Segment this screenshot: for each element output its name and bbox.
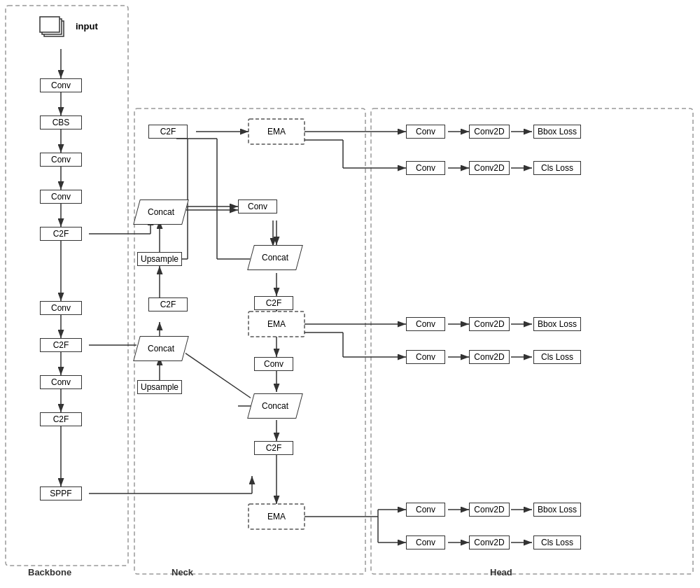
head-conv-6: Conv <box>406 536 445 550</box>
neck-label: Neck <box>172 567 193 578</box>
head-conv2d-3: Conv2D <box>469 317 510 331</box>
head-bbox-loss-1: Bbox Loss <box>533 125 581 139</box>
neck-ema-bottom: EMA <box>248 510 304 524</box>
neck-c2f-center: C2F <box>254 296 293 310</box>
neck-ema-top: EMA <box>248 125 304 139</box>
neck-c2f-top: C2F <box>148 125 188 139</box>
head-bbox-loss-2: Bbox Loss <box>533 317 581 331</box>
neck-c2f-lower: C2F <box>254 441 293 455</box>
neck-concat-upper: Concat <box>136 200 186 225</box>
backbone-c2f1: C2F <box>40 227 82 241</box>
backbone-c2f3: C2F <box>40 412 82 426</box>
backbone-conv3: Conv <box>40 190 82 204</box>
head-cls-loss-3: Cls Loss <box>533 536 581 550</box>
backbone-conv5: Conv <box>40 375 82 389</box>
neck-upsample-lower: Upsample <box>137 380 182 394</box>
head-cls-loss-1: Cls Loss <box>533 161 581 175</box>
backbone-conv4: Conv <box>40 301 82 315</box>
backbone-c2f2: C2F <box>40 338 82 352</box>
svg-rect-74 <box>40 17 59 32</box>
input-icon <box>38 13 69 43</box>
head-conv2d-2: Conv2D <box>469 161 510 175</box>
backbone-label: Backbone <box>28 567 71 578</box>
input-label: input <box>76 21 98 31</box>
head-conv-5: Conv <box>406 503 445 517</box>
neck-concat-lower: Concat <box>136 336 186 361</box>
neck-concat-lower-center: Concat <box>251 393 300 419</box>
backbone-cbs: CBS <box>40 115 82 130</box>
head-conv2d-4: Conv2D <box>469 350 510 364</box>
head-conv-2: Conv <box>406 161 445 175</box>
neck-concat-center: Concat <box>251 245 300 270</box>
neck-conv-upper: Conv <box>238 200 277 214</box>
neck-conv-lower: Conv <box>254 357 293 371</box>
head-conv2d-6: Conv2D <box>469 536 510 550</box>
head-conv-4: Conv <box>406 350 445 364</box>
head-label: Head <box>490 567 512 578</box>
backbone-sppf: SPPF <box>40 486 82 500</box>
head-conv2d-5: Conv2D <box>469 503 510 517</box>
head-conv-3: Conv <box>406 317 445 331</box>
neck-upsample-upper: Upsample <box>137 252 182 266</box>
neck-ema-center: EMA <box>248 317 304 331</box>
backbone-conv2: Conv <box>40 153 82 167</box>
head-conv2d-1: Conv2D <box>469 125 510 139</box>
backbone-conv1: Conv <box>40 78 82 92</box>
head-conv-1: Conv <box>406 125 445 139</box>
diagram-container: input Conv CBS Conv Conv C2F Conv C2F Co… <box>0 0 700 588</box>
neck-c2f-mid: C2F <box>148 298 188 312</box>
head-bbox-loss-3: Bbox Loss <box>533 503 581 517</box>
head-cls-loss-2: Cls Loss <box>533 350 581 364</box>
